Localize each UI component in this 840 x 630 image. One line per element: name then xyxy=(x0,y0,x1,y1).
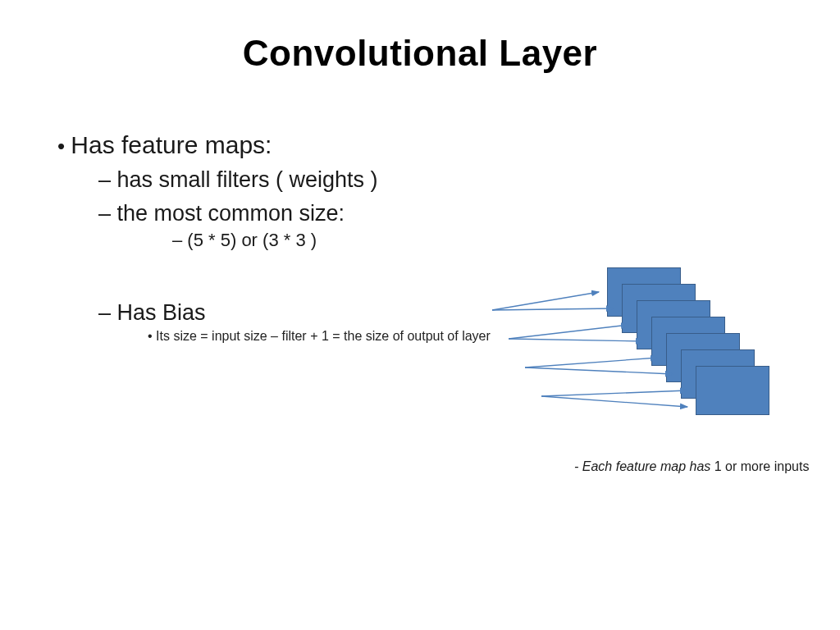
bullet-common-size: the most common size: (5 * 5) or (3 * 3 … xyxy=(98,201,807,251)
svg-line-1 xyxy=(492,308,614,310)
svg-line-6 xyxy=(541,390,687,396)
bullet-text: (5 * 5) or (3 * 3 ) xyxy=(187,230,317,250)
bullet-size-values: (5 * 5) or (3 * 3 ) xyxy=(172,230,807,251)
slide-title: Convolutional Layer xyxy=(0,33,840,74)
bullet-small-filters: has small filters ( weights ) xyxy=(98,167,807,193)
caption-rest: 1 or more inputs xyxy=(714,459,810,473)
caption-italic: Each feature map has xyxy=(582,459,714,473)
svg-line-7 xyxy=(541,396,687,407)
diagram-caption: - Each feature map has 1 or more inputs xyxy=(574,459,809,474)
svg-line-2 xyxy=(509,325,628,339)
svg-line-3 xyxy=(509,339,643,341)
arrows-icon xyxy=(484,261,812,441)
svg-line-5 xyxy=(525,368,673,374)
svg-line-4 xyxy=(525,358,658,368)
svg-line-0 xyxy=(492,292,599,310)
bullet-text: has small filters ( weights ) xyxy=(117,167,378,192)
bullet-text: Has feature maps: xyxy=(71,131,272,158)
bullet-text: Has Bias xyxy=(117,300,206,325)
feature-maps-diagram xyxy=(484,261,812,441)
bullet-text: the most common size: xyxy=(117,201,345,226)
bullet-text: Its size = input size – filter + 1 = the… xyxy=(156,329,491,343)
caption-prefix: - xyxy=(574,459,582,473)
